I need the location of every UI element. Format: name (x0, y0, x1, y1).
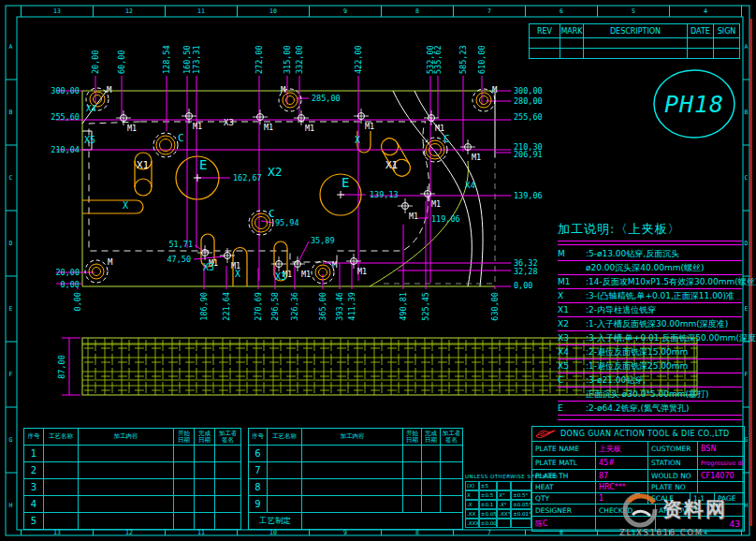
description-header: DESCRIPTION (584, 24, 688, 38)
process-row-number: 3 (24, 479, 44, 496)
feature-label: X (123, 200, 128, 211)
top-dim-label: 422,00 (354, 45, 363, 74)
zone-letter: G (745, 436, 749, 444)
zone-letter: B (745, 109, 749, 116)
tolerance-cell: ±0.05 (479, 509, 498, 519)
note-key: M (558, 249, 586, 259)
m-hole (476, 93, 491, 108)
m1-label: M1 (193, 122, 202, 131)
process-row: 9 (249, 496, 463, 513)
zone-letter: B (9, 109, 13, 116)
process-row: 8 (249, 479, 463, 496)
process-col-header: 开始 日期 (403, 429, 422, 446)
notes-title: 加工说明:〈上夹板〉 (558, 221, 742, 241)
approved-label: APPROVED (656, 504, 744, 516)
scale-value: 1:1 (691, 493, 715, 504)
checked-label: CHECKED (596, 504, 656, 516)
m1-label: M1 (409, 212, 418, 221)
note-key: X2 (558, 319, 586, 329)
tolerance-cell (497, 481, 511, 490)
bottom-dim-label: 365,00 (318, 292, 327, 321)
process-row: 5 (24, 513, 241, 530)
tolerance-row: X±0.5X°±0.5° (465, 490, 531, 500)
process-table-left: 序号工艺名称加工内容开始 日期完成 日期加工者 签名12345 (23, 428, 241, 530)
feature-label: X4 (465, 181, 475, 190)
feature-label: X (355, 135, 360, 145)
revision-table: REV MARK DESCRIPTION DATE SIGN (529, 23, 740, 59)
tolerance-cell: ±0.005 (479, 519, 498, 528)
m-hole (283, 93, 298, 108)
company-logo-icon (534, 429, 557, 439)
m1-label: M1 (365, 122, 374, 131)
inner-dim-label: 119,06 (431, 214, 460, 224)
note-key: X3 (558, 333, 586, 344)
qty-value: 1 (596, 493, 648, 504)
plate-no-value (698, 482, 744, 492)
tolerance-cell: .X° (497, 500, 511, 509)
feature-label: C (269, 208, 275, 220)
ph18-logo: PH18 (654, 70, 734, 138)
left-dim-label: 300,00 (51, 86, 80, 95)
tolerance-cell: .X (465, 500, 479, 509)
tolerance-row: .XX±0.05.XX°±0.01° (465, 509, 531, 519)
note-key: M1 (558, 277, 586, 287)
plate-name-label: PLATE NAME (532, 442, 596, 456)
ph18-text: PH18 (664, 91, 724, 118)
zone-letter: F (745, 371, 749, 378)
m-hole (93, 268, 101, 276)
tolerance-cell (511, 519, 531, 528)
would-no-label: WOULD NO (648, 470, 698, 481)
e-hole-center (337, 191, 344, 198)
m-hole (480, 96, 488, 105)
tolerance-row: .XXX±0.005 (465, 519, 531, 528)
process-table-right: 序号工艺名称加工内容开始 日期完成 日期加工者 签名6789工艺制定 (248, 428, 463, 530)
top-dim-label: 173,31 (192, 45, 201, 74)
m1-label: M1 (357, 267, 367, 276)
company-name: DONG GUAN ACTION TOOL & DIE CO.,LTD (560, 430, 730, 438)
zone-letter: G (9, 436, 13, 444)
top-dim-label: 20,00 (91, 50, 100, 74)
station-label: STATION (648, 457, 698, 469)
zone-number: 7 (487, 7, 491, 15)
process-row: 3 (24, 479, 241, 496)
note-row: X4:2-避位反面铣深15.00mm (558, 345, 742, 359)
zone-number: 13 (53, 7, 61, 15)
right-dim-label: 300,00 (514, 86, 543, 95)
feature-label: E (342, 175, 349, 190)
would-no-value: CF14070 (698, 470, 744, 481)
note-row: X2:1-入子槽反面铣深30.00mm(深度准) (558, 317, 742, 331)
feature-label: X5 (84, 135, 95, 145)
zone-number: 9 (343, 529, 347, 536)
inner-dim-label: 95,94 (275, 218, 299, 227)
designer-signature: 陈C (535, 519, 548, 529)
process-col-header: 开始 日期 (174, 429, 195, 446)
right-dim-label: 0,00 (514, 281, 532, 290)
plate-th-label: PLATE TH (532, 470, 596, 481)
top-dim-label: 160,50 (182, 45, 192, 74)
top-dim-label: 585,23 (458, 45, 468, 74)
page-number: 43 (730, 519, 740, 529)
qty-label: QTY (532, 493, 596, 504)
process-row-number: 9 (249, 496, 268, 513)
process-row-number: 2 (24, 462, 44, 479)
note-text: :3-ø21.00钻穿, (586, 375, 646, 385)
note-text: :2-内导柱逃位铣穿 (586, 305, 656, 314)
m1-label: M1 (435, 124, 444, 133)
zone-number: 7 (487, 529, 491, 536)
c-hole (255, 217, 268, 229)
mark-header: MARK (560, 24, 584, 38)
plate-th-value: 87 (596, 470, 648, 481)
inner-dim-label: 285,00 (312, 94, 341, 103)
process-row: 4 (24, 496, 241, 513)
zone-letter: E (9, 305, 13, 313)
tolerance-cell: ±0.5° (511, 490, 531, 500)
note-key: X1 (558, 305, 586, 315)
notes-end-line (558, 416, 742, 420)
bottom-dim-label: 525,45 (421, 292, 430, 321)
cad-app-canvas: { "frame": { "zone_letters": ["A","B","C… (0, 0, 756, 541)
note-text: :1-避位反面铣深25.00mm (586, 361, 688, 371)
bottom-dim-label: 411,39 (347, 292, 356, 321)
note-row: X5:1-避位反面铣深25.00mm (558, 359, 742, 373)
tolerance-cell: ±0.05° (511, 500, 531, 509)
m1-label: M1 (301, 270, 311, 279)
